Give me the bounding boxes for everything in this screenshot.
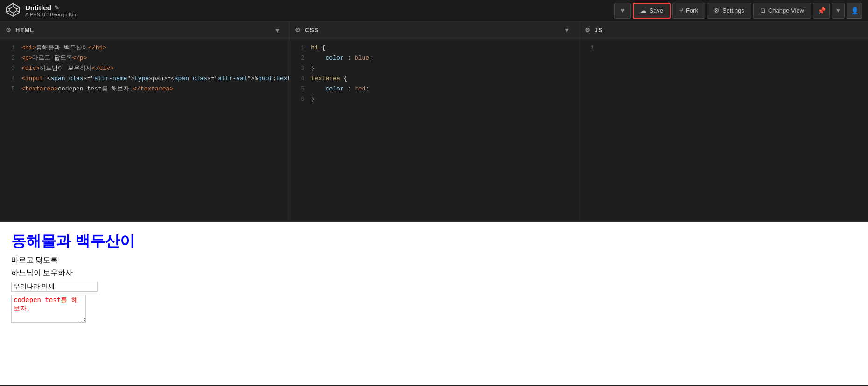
table-row: 1<h1>동해물과 백두산이</h1> <box>0 43 289 53</box>
table-row: 5<textarea>codepen test를 해보자.</textarea> <box>0 84 289 94</box>
js-editor-body[interactable]: 1 <box>579 39 868 221</box>
codepen-logo-icon <box>6 2 21 17</box>
preview-h1: 동해물과 백두산이 <box>11 231 857 252</box>
code-line-content: } <box>311 63 315 74</box>
table-row: 1 <box>579 43 868 53</box>
css-title-label: CSS <box>305 27 319 34</box>
topbar-actions: ♥ ☁ Save ⑂ Fork ⚙ Settings ⊡ Change View… <box>614 3 862 19</box>
table-row: 6} <box>289 94 578 104</box>
html-editor-header: ⚙ HTML ▼ <box>0 21 289 39</box>
table-row: 2<p>마르고 닳도록</p> <box>0 53 289 63</box>
author-name: Beomju Kim <box>50 12 77 17</box>
save-button[interactable]: ☁ Save <box>633 3 671 19</box>
topbar: Untitled ✎ A PEN BY Beomju Kim ♥ ☁ Save … <box>0 0 868 21</box>
line-number: 3 <box>293 63 304 74</box>
cloud-icon: ☁ <box>640 7 646 14</box>
css-editor-header: ⚙ CSS ▼ <box>289 21 578 39</box>
code-line-content: <textarea>codepen test를 해보자.</textarea> <box>21 84 173 94</box>
heart-button[interactable]: ♥ <box>614 3 631 19</box>
html-editor-panel: ⚙ HTML ▼ 1<h1>동해물과 백두산이</h1>2<p>마르고 닳도록<… <box>0 21 289 221</box>
js-gear-icon[interactable]: ⚙ <box>585 27 591 34</box>
line-number: 1 <box>583 43 594 53</box>
line-number: 1 <box>4 43 15 53</box>
table-row: 5 color : red; <box>289 84 578 94</box>
html-title-label: HTML <box>15 27 34 34</box>
fork-label: Fork <box>686 7 698 14</box>
line-number: 4 <box>293 74 304 84</box>
pin-icon: 📌 <box>818 7 826 14</box>
css-gear-icon[interactable]: ⚙ <box>295 27 301 34</box>
line-number: 2 <box>4 53 15 63</box>
chevron-down-icon: ▼ <box>835 7 841 14</box>
code-line-content: <input <span class="attr-name">typespan>… <box>21 74 289 84</box>
table-row: 2 color : blue; <box>289 53 578 63</box>
monitor-icon: ⊡ <box>760 7 765 14</box>
line-number: 4 <box>4 74 15 84</box>
css-panel-title: ⚙ CSS <box>295 27 560 34</box>
pen-title: Untitled ✎ <box>25 4 614 12</box>
fork-icon: ⑂ <box>679 7 683 14</box>
settings-label: Settings <box>722 7 744 14</box>
logo <box>6 2 21 19</box>
svg-marker-1 <box>9 7 17 13</box>
pin-button[interactable]: 📌 <box>813 3 830 19</box>
save-label: Save <box>649 7 663 14</box>
table-row: 4textarea { <box>289 74 578 84</box>
change-view-label: Change View <box>768 7 804 14</box>
table-row: 3<div>하느님이 보우하사</div> <box>0 63 289 74</box>
code-line-content: color : red; <box>311 84 369 94</box>
line-number: 6 <box>293 94 304 104</box>
code-line-content: <div>하느님이 보우하사</div> <box>21 63 114 74</box>
editors-area: ⚙ HTML ▼ 1<h1>동해물과 백두산이</h1>2<p>마르고 닳도록<… <box>0 21 868 222</box>
js-title-label: JS <box>595 27 603 34</box>
code-line-content: color : blue; <box>311 53 373 63</box>
pen-title-text: Untitled <box>25 4 51 12</box>
change-view-button[interactable]: ⊡ Change View <box>753 3 811 19</box>
line-number: 5 <box>4 84 15 94</box>
a-pen-by-label: A PEN BY <box>25 12 49 17</box>
table-row: 4<input <span class="attr-name">typespan… <box>0 74 289 84</box>
settings-gear-icon: ⚙ <box>714 7 720 14</box>
user-avatar[interactable]: 👤 <box>847 3 862 19</box>
line-number: 2 <box>293 53 304 63</box>
css-panel-collapse-button[interactable]: ▼ <box>561 26 573 35</box>
heart-icon: ♥ <box>621 7 625 15</box>
line-number: 1 <box>293 43 304 53</box>
code-line-content: <h1>동해물과 백두산이</h1> <box>21 43 106 53</box>
code-line-content: h1 { <box>311 43 325 53</box>
preview-input[interactable] <box>11 282 98 292</box>
html-panel-title: ⚙ HTML <box>6 27 271 34</box>
code-line-content: <p>마르고 닳도록</p> <box>21 53 87 63</box>
css-editor-body[interactable]: 1h1 {2 color : blue;3}4textarea {5 color… <box>289 39 578 221</box>
line-number: 3 <box>4 63 15 74</box>
js-panel-title: ⚙ JS <box>585 27 862 34</box>
edit-title-icon[interactable]: ✎ <box>54 4 59 11</box>
code-line-content: } <box>311 94 315 104</box>
preview-div: 하느님이 보우하사 <box>11 268 857 278</box>
css-editor-panel: ⚙ CSS ▼ 1h1 {2 color : blue;3}4textarea … <box>289 21 579 221</box>
html-editor-body[interactable]: 1<h1>동해물과 백두산이</h1>2<p>마르고 닳도록</p>3<div>… <box>0 39 289 221</box>
avatar-icon: 👤 <box>851 7 859 14</box>
table-row: 1h1 { <box>289 43 578 53</box>
line-number: 5 <box>293 84 304 94</box>
preview-textarea[interactable]: codepen test를 해보자. <box>11 295 86 323</box>
preview-area: 동해물과 백두산이 마르고 닳도록 하느님이 보우하사 codepen test… <box>0 222 868 385</box>
js-editor-panel: ⚙ JS 1 <box>579 21 868 221</box>
html-panel-collapse-button[interactable]: ▼ <box>271 26 283 35</box>
title-area: Untitled ✎ A PEN BY Beomju Kim <box>25 4 614 17</box>
table-row: 3} <box>289 63 578 74</box>
fork-button[interactable]: ⑂ Fork <box>672 3 705 19</box>
preview-p: 마르고 닳도록 <box>11 255 857 265</box>
dropdown-button[interactable]: ▼ <box>832 3 845 19</box>
settings-button[interactable]: ⚙ Settings <box>707 3 751 19</box>
code-line-content: textarea { <box>311 74 347 84</box>
html-gear-icon[interactable]: ⚙ <box>6 27 12 34</box>
js-editor-header: ⚙ JS <box>579 21 868 39</box>
pen-author-subtitle: A PEN BY Beomju Kim <box>25 12 614 17</box>
